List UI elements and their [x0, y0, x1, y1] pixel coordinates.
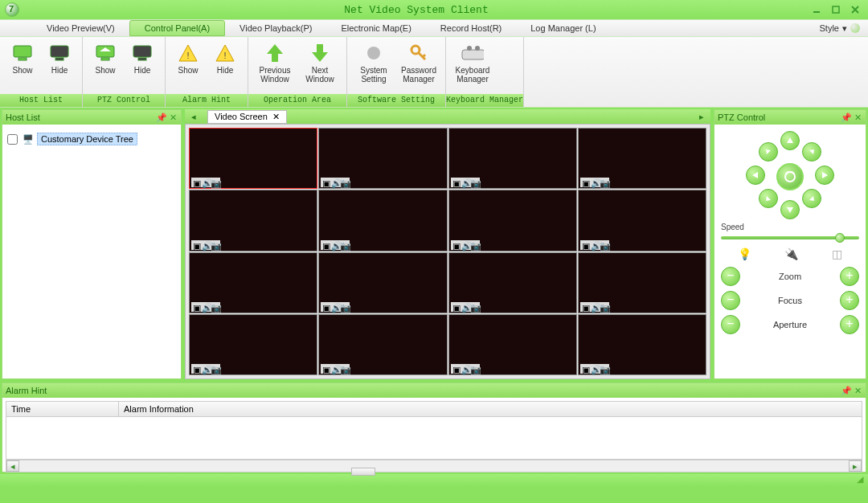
- record-icon[interactable]: 📷: [340, 241, 348, 249]
- video-cell[interactable]: ▣🔊📷: [189, 190, 317, 251]
- ptz-right-button[interactable]: [815, 166, 834, 185]
- record-icon[interactable]: 📷: [340, 178, 348, 186]
- hostlist-hide-button[interactable]: Hide: [42, 40, 77, 76]
- snapshot-icon[interactable]: ▣: [193, 365, 201, 373]
- video-cell[interactable]: ▣🔊📷: [189, 252, 317, 313]
- video-cell[interactable]: ▣🔊📷: [318, 128, 447, 189]
- ptz-show-button[interactable]: Show: [88, 40, 123, 76]
- snapshot-icon[interactable]: ▣: [322, 241, 330, 249]
- audio-icon[interactable]: 🔊: [202, 178, 210, 186]
- audio-icon[interactable]: 🔊: [202, 365, 210, 373]
- audio-icon[interactable]: 🔊: [461, 303, 469, 311]
- tab-nav-right[interactable]: ▸: [696, 112, 707, 122]
- video-cell[interactable]: ▣🔊📷: [448, 128, 577, 189]
- audio-icon[interactable]: 🔊: [331, 178, 339, 186]
- tab-video-preview[interactable]: Video Preview(V): [32, 20, 129, 36]
- tab-nav-left[interactable]: ◂: [188, 112, 199, 122]
- record-icon[interactable]: 📷: [340, 303, 348, 311]
- video-cell[interactable]: ▣🔊📷: [189, 128, 317, 189]
- video-screen-tab[interactable]: Video Screen ✕: [207, 110, 287, 124]
- password-manager-button[interactable]: PasswordManager: [397, 40, 440, 85]
- snapshot-icon[interactable]: ▣: [582, 241, 590, 249]
- video-cell[interactable]: ▣🔊📷: [578, 190, 706, 251]
- ptz-focus-plus-button[interactable]: +: [840, 291, 859, 310]
- audio-icon[interactable]: 🔊: [461, 178, 469, 186]
- tab-record-host[interactable]: Record Host(R): [426, 20, 516, 36]
- style-dropdown[interactable]: Style ▾: [812, 20, 868, 36]
- record-icon[interactable]: 📷: [211, 365, 219, 373]
- snapshot-icon[interactable]: ▣: [193, 241, 201, 249]
- record-icon[interactable]: 📷: [470, 303, 478, 311]
- alarm-hscrollbar[interactable]: ◂ ▸: [6, 460, 862, 472]
- alarm-col-info[interactable]: Alarm Information: [119, 402, 862, 416]
- ptz-focus-minus-button[interactable]: −: [721, 291, 740, 310]
- tab-control-panel[interactable]: Control Panel(A): [129, 20, 225, 36]
- snapshot-icon[interactable]: ▣: [193, 303, 201, 311]
- record-icon[interactable]: 📷: [600, 365, 608, 373]
- snapshot-icon[interactable]: ▣: [193, 178, 201, 186]
- ptz-aperture-minus-button[interactable]: −: [721, 315, 740, 334]
- video-cell[interactable]: ▣🔊📷: [318, 252, 447, 313]
- power-icon[interactable]: 🔌: [784, 247, 798, 260]
- ptz-upleft-button[interactable]: [759, 142, 778, 162]
- device-tree-checkbox[interactable]: [7, 134, 18, 145]
- scroll-right-button[interactable]: ▸: [849, 460, 862, 472]
- light-icon[interactable]: 💡: [738, 247, 751, 260]
- snapshot-icon[interactable]: ▣: [322, 178, 330, 186]
- record-icon[interactable]: 📷: [340, 365, 348, 373]
- record-icon[interactable]: 📷: [600, 303, 608, 311]
- ptz-left-button[interactable]: [746, 166, 765, 185]
- record-icon[interactable]: 📷: [600, 178, 608, 186]
- tab-video-playback[interactable]: Video Playback(P): [225, 20, 326, 36]
- minimize-button[interactable]: [809, 4, 825, 15]
- close-icon[interactable]: ✕: [272, 112, 280, 122]
- record-icon[interactable]: 📷: [211, 178, 219, 186]
- keyboard-manager-button[interactable]: KeyboardManager: [451, 40, 494, 85]
- video-cell[interactable]: ▣🔊📷: [578, 314, 706, 375]
- video-cell[interactable]: ▣🔊📷: [578, 128, 706, 189]
- pin-icon[interactable]: 📌: [841, 112, 851, 122]
- record-icon[interactable]: 📷: [600, 241, 608, 249]
- system-setting-button[interactable]: SystemSetting: [352, 40, 395, 85]
- audio-icon[interactable]: 🔊: [591, 365, 599, 373]
- audio-icon[interactable]: 🔊: [202, 303, 210, 311]
- next-window-button[interactable]: NextWindow: [298, 40, 342, 85]
- ptz-downright-button[interactable]: [802, 189, 821, 208]
- audio-icon[interactable]: 🔊: [591, 303, 599, 311]
- alarm-show-button[interactable]: !Show: [170, 40, 206, 76]
- resize-grip-icon[interactable]: ◢: [857, 474, 863, 487]
- video-cell[interactable]: ▣🔊📷: [318, 314, 447, 375]
- pin-icon[interactable]: 📌: [157, 112, 166, 122]
- video-cell[interactable]: ▣🔊📷: [578, 252, 706, 313]
- scroll-thumb[interactable]: [351, 468, 375, 476]
- maximize-button[interactable]: [828, 4, 844, 15]
- record-icon[interactable]: 📷: [470, 178, 478, 186]
- audio-icon[interactable]: 🔊: [202, 241, 210, 249]
- scroll-left-button[interactable]: ◂: [6, 460, 19, 472]
- close-icon[interactable]: ✕: [168, 112, 178, 122]
- audio-icon[interactable]: 🔊: [331, 365, 339, 373]
- audio-icon[interactable]: 🔊: [331, 303, 339, 311]
- audio-icon[interactable]: 🔊: [461, 241, 469, 249]
- snapshot-icon[interactable]: ▣: [582, 178, 590, 186]
- snapshot-icon[interactable]: ▣: [322, 303, 330, 311]
- ptz-aperture-plus-button[interactable]: +: [840, 315, 859, 334]
- snapshot-icon[interactable]: ▣: [452, 303, 461, 311]
- record-icon[interactable]: 📷: [211, 303, 219, 311]
- hostlist-show-button[interactable]: Show: [5, 40, 40, 76]
- audio-icon[interactable]: 🔊: [331, 241, 339, 249]
- audio-icon[interactable]: 🔊: [591, 178, 599, 186]
- close-icon[interactable]: ✕: [853, 386, 862, 395]
- audio-icon[interactable]: 🔊: [461, 365, 469, 373]
- snapshot-icon[interactable]: ▣: [452, 178, 461, 186]
- snapshot-icon[interactable]: ▣: [582, 303, 590, 311]
- snapshot-icon[interactable]: ▣: [322, 365, 330, 373]
- prev-window-button[interactable]: PreviousWindow: [253, 40, 297, 85]
- snapshot-icon[interactable]: ▣: [452, 365, 461, 373]
- ptz-zoom-minus-button[interactable]: −: [721, 267, 740, 286]
- device-tree-root[interactable]: 🖥️ Customary Device Tree: [7, 133, 176, 145]
- video-cell[interactable]: ▣🔊📷: [448, 314, 577, 375]
- pin-icon[interactable]: 📌: [841, 386, 851, 395]
- alarm-col-time[interactable]: Time: [6, 402, 119, 416]
- record-icon[interactable]: 📷: [470, 241, 478, 249]
